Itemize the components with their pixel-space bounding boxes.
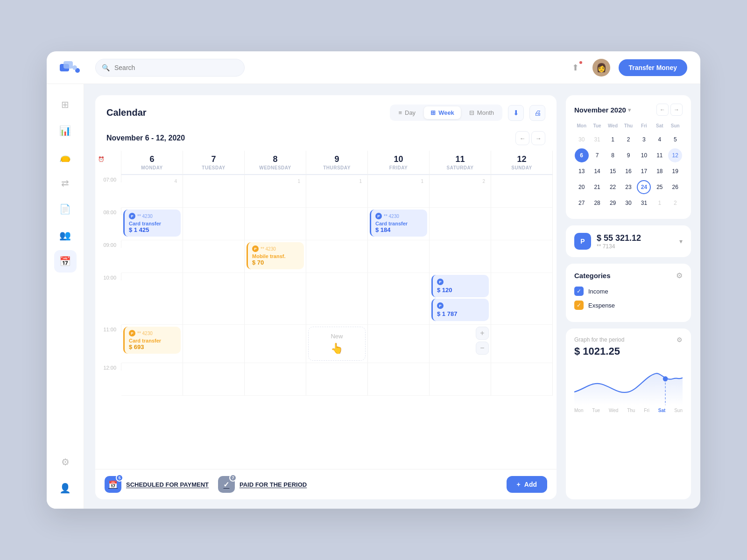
download-button[interactable]: ⬇ [508,105,524,121]
cal-day-10[interactable]: 10 [637,148,651,162]
cell-mon-10[interactable] [121,273,183,325]
cal-day-3[interactable]: 3 [637,133,651,147]
cell-tue-07[interactable] [183,175,245,208]
event-card-sat-120[interactable]: P $ 120 [431,275,489,297]
tab-month[interactable]: ⊟ Month [463,106,500,119]
cell-sat-07[interactable]: 2 [430,175,491,208]
categories-settings-icon[interactable]: ⚙ [676,271,683,280]
cell-sat-10[interactable]: P $ 120 P $ 1 787 [430,273,491,325]
cal-day-30[interactable]: 30 [621,196,635,210]
cell-sun-07[interactable] [491,175,553,208]
cal-day-4[interactable]: 4 [653,133,667,147]
cell-mon-08[interactable]: P ** 4230 Card transfer $ 1 425 [121,208,183,240]
scheduled-payment-button[interactable]: 📅 5 SCHEDULED FOR PAYMENT [105,476,209,493]
cal-day-1[interactable]: 1 [606,133,620,147]
cell-tue-08[interactable] [183,208,245,240]
cell-wed-07[interactable]: 1 [245,175,306,208]
avatar[interactable]: 👩 [592,59,610,77]
cal-day-16[interactable]: 16 [621,164,635,178]
cell-fri-09[interactable] [368,240,430,273]
mini-cal-dropdown[interactable]: ▾ [628,106,631,113]
cell-fri-11[interactable] [368,325,430,363]
cell-sat-11[interactable]: + − [430,325,491,363]
cell-wed-12[interactable] [245,363,306,396]
cell-tue-12[interactable] [183,363,245,396]
event-card-wed-mobile[interactable]: P ** 4230 Mobile transf. $ 70 [247,242,304,269]
zoom-out-button[interactable]: − [476,342,489,355]
cell-mon-11[interactable]: P ** 4230 Card transfer $ 693 [121,325,183,363]
cell-thu-10[interactable] [306,273,368,325]
cell-tue-09[interactable] [183,240,245,273]
sidebar-item-profile[interactable]: 👤 [54,477,77,499]
cell-wed-08[interactable] [245,208,306,240]
sidebar-item-calendar[interactable]: 📅 [54,250,77,273]
account-chevron-icon[interactable]: ▾ [679,238,683,245]
cell-wed-09[interactable]: P ** 4230 Mobile transf. $ 70 [245,240,306,273]
transfer-money-button[interactable]: Transfer Money [619,59,687,76]
cell-thu-09[interactable] [306,240,368,273]
sidebar-item-settings[interactable]: ⚙ [54,451,77,473]
cell-sun-10[interactable] [491,273,553,325]
cell-thu-07[interactable]: 1 [306,175,368,208]
zoom-in-button[interactable]: + [476,327,489,340]
cal-day-2[interactable]: 2 [621,133,635,147]
cell-mon-07[interactable]: 4 [121,175,183,208]
cal-day-26[interactable]: 26 [668,180,682,194]
sidebar-item-transfer[interactable]: ⇄ [54,172,77,194]
cal-day-31[interactable]: 31 [637,196,651,210]
add-button[interactable]: + Add [507,476,547,493]
week-next-button[interactable]: → [531,131,545,145]
cal-day-18[interactable]: 18 [653,164,667,178]
cell-sun-09[interactable] [491,240,553,273]
cal-day-17[interactable]: 17 [637,164,651,178]
cal-day-24[interactable]: 24 [637,180,651,194]
income-checkbox[interactable]: ✓ [574,287,584,296]
cal-day-23[interactable]: 23 [621,180,635,194]
cell-wed-11[interactable] [245,325,306,363]
cal-day-13[interactable]: 13 [575,164,589,178]
mini-cal-prev[interactable]: ← [656,104,669,116]
upload-button[interactable]: ⬆ [567,59,584,76]
cal-day-27[interactable]: 27 [575,196,589,210]
graph-settings-icon[interactable]: ⚙ [677,336,683,343]
cal-day-2-dec[interactable]: 2 [668,196,682,210]
cell-thu-12[interactable] [306,363,368,396]
event-card-fri-card-transfer[interactable]: P ** 4230 Card transfer $ 184 [370,210,427,237]
cell-fri-10[interactable] [368,273,430,325]
cell-sat-12[interactable] [430,363,491,396]
cal-day-19[interactable]: 19 [668,164,682,178]
search-input[interactable] [95,59,245,77]
cell-wed-10[interactable] [245,273,306,325]
cal-day-28[interactable]: 28 [590,196,604,210]
sidebar-item-contacts[interactable]: 👥 [54,224,77,246]
tab-week[interactable]: ⊞ Week [424,106,461,119]
event-card-sat-1787[interactable]: P $ 1 787 [431,299,489,321]
cell-mon-09[interactable] [121,240,183,273]
event-card-mon-card-transfer[interactable]: P ** 4230 Card transfer $ 1 425 [123,210,181,237]
sidebar-item-dashboard[interactable]: ⊞ [54,93,77,116]
cal-day-15[interactable]: 15 [606,164,620,178]
cell-thu-08[interactable] [306,208,368,240]
cal-day-9[interactable]: 9 [621,148,635,162]
search-wrap[interactable]: 🔍 [95,59,245,77]
paid-period-button[interactable]: ✓ 7 PAID FOR THE PERIOD [218,476,307,493]
cal-day-20[interactable]: 20 [575,180,589,194]
cal-day-6[interactable]: 6 [575,148,589,162]
cell-sun-11[interactable] [491,325,553,363]
expense-checkbox[interactable]: ✓ [574,301,584,310]
week-prev-button[interactable]: ← [515,131,529,145]
cal-day-5[interactable]: 5 [668,133,682,147]
week-grid-wrap[interactable]: ⏰ 6 MONDAY 7 TUESDAY 8 WE [95,151,557,469]
cell-fri-08[interactable]: P ** 4230 Card transfer $ 184 [368,208,430,240]
tab-day[interactable]: ≡ Day [392,106,422,119]
cell-thu-11[interactable]: New 👆 [306,325,368,363]
cal-day-1-dec[interactable]: 1 [653,196,667,210]
sidebar-item-documents[interactable]: 📄 [54,198,77,220]
sidebar-item-analytics[interactable]: 📊 [54,119,77,142]
cal-day-11[interactable]: 11 [653,148,667,162]
cell-tue-11[interactable] [183,325,245,363]
cal-day-8[interactable]: 8 [606,148,620,162]
cell-sun-08[interactable] [491,208,553,240]
sidebar-item-wallet[interactable]: 👝 [54,146,77,168]
cal-day-31-oct[interactable]: 31 [590,133,604,147]
